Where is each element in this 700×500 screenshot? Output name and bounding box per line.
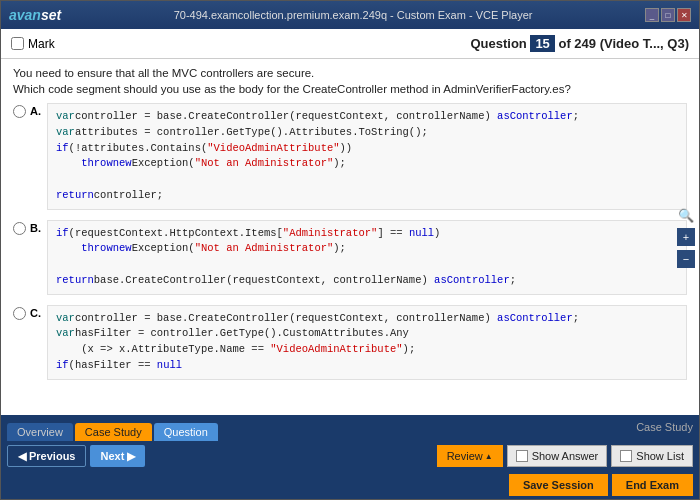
option-c-label[interactable]: C.: [13, 307, 41, 320]
option-a-code: varcontroller = base.CreateController(re…: [47, 103, 687, 210]
answers-area: A. varcontroller = base.CreateController…: [13, 103, 687, 407]
option-b: B. if(requestContext.HttpContext.Items["…: [13, 220, 687, 295]
question-label: Question: [470, 36, 526, 51]
show-answer-checkbox: [516, 450, 528, 462]
last-row: Save Session End Exam: [1, 471, 699, 499]
review-arrow-icon: ▲: [485, 452, 493, 461]
close-button[interactable]: ✕: [677, 8, 691, 22]
minimize-button[interactable]: _: [645, 8, 659, 22]
previous-button[interactable]: ◀ Previous: [7, 445, 86, 467]
option-a-radio[interactable]: [13, 105, 26, 118]
mark-label: Mark: [28, 37, 55, 51]
question-text1: You need to ensure that all the MVC cont…: [13, 67, 687, 79]
window-controls: _ □ ✕: [645, 8, 691, 22]
review-button[interactable]: Review ▲: [437, 445, 503, 467]
option-c: C. varcontroller = base.CreateController…: [13, 305, 687, 380]
option-c-code: varcontroller = base.CreateController(re…: [47, 305, 687, 380]
option-b-label[interactable]: B.: [13, 222, 41, 235]
next-arrow-icon: ▶: [127, 450, 135, 462]
app-window: avanset 70-494.examcollection.premium.ex…: [0, 0, 700, 500]
option-a: A. varcontroller = base.CreateController…: [13, 103, 687, 210]
show-list-button[interactable]: Show List: [611, 445, 693, 467]
search-icon[interactable]: 🔍: [677, 206, 695, 224]
maximize-button[interactable]: □: [661, 8, 675, 22]
option-c-radio[interactable]: [13, 307, 26, 320]
question-total: of 249 (Video T..., Q3): [558, 36, 689, 51]
zoom-out-button[interactable]: −: [677, 250, 695, 268]
window-title: 70-494.examcollection.premium.exam.249q …: [174, 9, 533, 21]
prev-arrow-icon: ◀: [18, 450, 26, 463]
show-list-checkbox: [620, 450, 632, 462]
app-logo: avanset: [9, 7, 61, 23]
tab-overview[interactable]: Overview: [7, 423, 73, 441]
option-b-code: if(requestContext.HttpContext.Items["Adm…: [47, 220, 687, 295]
option-b-radio[interactable]: [13, 222, 26, 235]
bottom-toolbar: ◀ Previous Next ▶ Review ▲ Show Answer S…: [1, 441, 699, 471]
mark-checkbox[interactable]: [11, 37, 24, 50]
title-bar: avanset 70-494.examcollection.premium.ex…: [1, 1, 699, 29]
tab-right-label: Case Study: [636, 421, 693, 436]
option-a-label[interactable]: A.: [13, 105, 41, 118]
question-number: 15: [530, 35, 554, 52]
scroll-controls: 🔍 + −: [677, 206, 695, 268]
mark-section: Mark: [11, 37, 55, 51]
content-area: You need to ensure that all the MVC cont…: [1, 59, 699, 415]
end-exam-button[interactable]: End Exam: [612, 474, 693, 496]
next-button[interactable]: Next ▶: [90, 445, 145, 467]
tab-case-study[interactable]: Case Study: [75, 423, 152, 441]
header-row: Mark Question 15 of 249 (Video T..., Q3): [1, 29, 699, 59]
zoom-in-button[interactable]: +: [677, 228, 695, 246]
show-answer-button[interactable]: Show Answer: [507, 445, 608, 467]
question-text2: Which code segment should you use as the…: [13, 83, 687, 95]
tab-question[interactable]: Question: [154, 423, 218, 441]
save-session-button[interactable]: Save Session: [509, 474, 608, 496]
tab-bar: Overview Case Study Question Case Study: [1, 415, 699, 441]
question-info: Question 15 of 249 (Video T..., Q3): [470, 35, 689, 52]
